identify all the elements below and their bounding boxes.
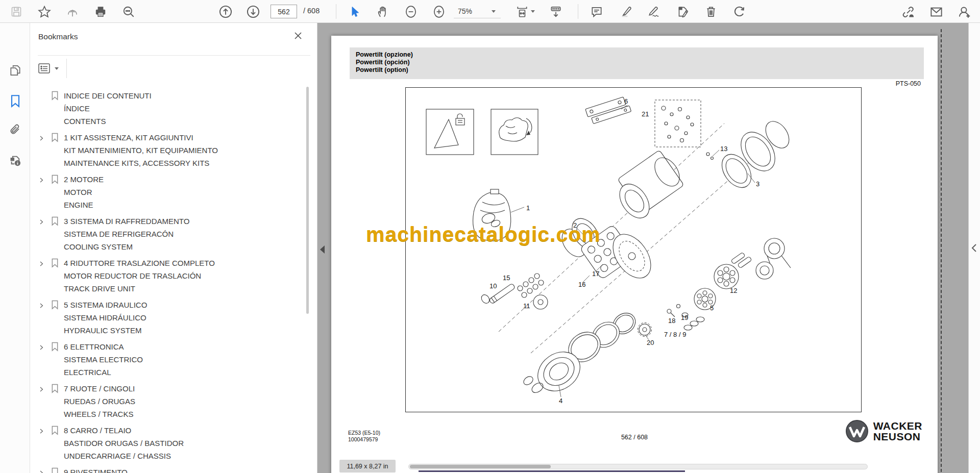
chevron-right-icon[interactable] [38, 466, 51, 473]
chevron-right-icon[interactable] [38, 131, 51, 143]
chevron-right-icon[interactable] [38, 340, 51, 353]
fill-and-sign-icon[interactable] [675, 4, 690, 19]
select-tool-icon[interactable] [347, 4, 362, 19]
toolbar-divider [336, 4, 336, 19]
next-page-icon[interactable] [246, 4, 261, 19]
page-header-bar: Powertilt (opzione) Powertilt (opción) P… [350, 47, 924, 79]
panel-scrollbar[interactable] [306, 87, 309, 314]
save-icon[interactable] [9, 4, 24, 19]
chevron-down-icon [492, 10, 496, 13]
share-link-icon[interactable] [900, 4, 916, 19]
section-code: PTS-050 [896, 80, 921, 87]
chevron-right-icon[interactable] [38, 257, 51, 269]
warning-box-icon [426, 109, 474, 155]
page-thumbnails-icon[interactable] [8, 63, 23, 78]
horizontal-scrollbar-thumb[interactable] [410, 465, 551, 468]
page-count-label: / 608 [303, 7, 320, 15]
bookmark-item[interactable]: 7 RUOTE / CINGOLIRUEDAS / ORUGASWHEELS /… [38, 382, 308, 420]
comment-icon[interactable] [589, 4, 604, 19]
svg-text:3: 3 [756, 180, 760, 188]
fit-width-icon[interactable] [514, 4, 530, 19]
bookmark-item[interactable]: 5 SISTEMA IDRAULICOSISTEMA HIDRÁULICOHYD… [38, 298, 308, 337]
sign-icon[interactable] [646, 4, 662, 19]
toolbar-divider [578, 4, 578, 19]
bookmark-label[interactable]: 3 SISTEMA DI RAFFREDDAMENTOSISTEMA DE RE… [64, 215, 189, 253]
expand-tools-icon[interactable] [971, 243, 978, 253]
close-icon[interactable] [291, 29, 305, 42]
bookmark-flag-icon [51, 298, 64, 312]
greasing-box-icon [491, 109, 538, 155]
bookmark-label[interactable]: 6 ELETTRONICASISTEMA ELECTRICOELECTRICAL [64, 340, 143, 379]
bookmark-flag-icon [51, 215, 64, 228]
bookmark-item[interactable]: 6 ELETTRONICASISTEMA ELECTRICOELECTRICAL [38, 340, 308, 379]
chevron-right-icon[interactable] [38, 424, 51, 436]
bookmarks-panel-title: Bookmarks [38, 32, 78, 41]
highlight-icon[interactable] [618, 4, 633, 19]
previous-page-icon[interactable] [218, 4, 233, 19]
brand-logo: WACKER NEUSON [845, 419, 922, 443]
top-toolbar: / 608 75% [0, 0, 980, 23]
print-icon[interactable] [93, 4, 108, 19]
exploded-diagram: 1234567 / 8 / 91011121315161718192021 [405, 87, 862, 412]
bookmark-flag-icon [51, 466, 64, 473]
fit-options-caret-icon[interactable] [531, 10, 535, 13]
bookmark-options-button[interactable] [38, 61, 64, 76]
bookmarks-icon[interactable] [8, 93, 23, 109]
add-user-icon[interactable] [957, 4, 972, 19]
star-icon[interactable] [37, 4, 52, 19]
scroll-mode-icon[interactable] [548, 4, 564, 19]
chevron-right-icon[interactable] [38, 215, 51, 227]
svg-text:12: 12 [730, 287, 737, 294]
pdf-page: Powertilt (opzione) Powertilt (opción) P… [331, 36, 938, 473]
find-icon[interactable] [121, 4, 136, 19]
bookmark-flag-icon [51, 424, 64, 437]
svg-text:11: 11 [523, 302, 530, 310]
bookmark-label[interactable]: 4 RIDUTTORE TRASLAZIONE COMPLETOMOTOR RE… [64, 257, 215, 295]
hand-tool-icon[interactable] [375, 4, 390, 19]
collapse-panel-icon[interactable] [318, 241, 326, 258]
bookmark-item[interactable]: 2 MOTOREMOTORENGINE [38, 173, 308, 211]
bookmark-item[interactable]: 1 KIT ASSISTENZA, KIT AGGIUNTIVIKIT MANT… [38, 131, 308, 169]
zoom-level-dropdown[interactable]: 75% [454, 5, 501, 18]
rotate-icon[interactable] [732, 4, 747, 19]
document-info-icon[interactable] [8, 153, 23, 168]
zoom-out-icon[interactable] [403, 4, 419, 19]
bookmark-flag-icon [51, 382, 64, 395]
email-icon[interactable] [928, 4, 944, 19]
chevron-right-icon[interactable] [38, 173, 51, 185]
panel-divider [38, 55, 310, 56]
bookmark-item[interactable]: 4 RIDUTTORE TRASLAZIONE COMPLETOMOTOR RE… [38, 257, 308, 295]
bookmark-item[interactable]: 9 RIVESTIMENTO [38, 466, 308, 473]
svg-text:6: 6 [624, 97, 628, 105]
svg-text:16: 16 [578, 281, 585, 288]
bookmark-item[interactable]: INDICE DEI CONTENUTIÍNDICECONTENTS [38, 89, 308, 128]
seal-kit-part [655, 100, 701, 147]
svg-text:18: 18 [668, 317, 675, 325]
chevron-right-icon[interactable] [38, 298, 51, 311]
bookmark-label[interactable]: 5 SISTEMA IDRAULICOSISTEMA HIDRÁULICOHYD… [64, 298, 147, 337]
zoom-in-icon[interactable] [431, 4, 447, 19]
attachments-icon[interactable] [8, 122, 23, 137]
bookmark-label[interactable]: 7 RUOTE / CINGOLIRUEDAS / ORUGASWHEELS /… [64, 382, 135, 420]
bookmark-item[interactable]: 3 SISTEMA DI RAFFREDDAMENTOSISTEMA DE RE… [38, 215, 308, 253]
svg-text:4: 4 [559, 397, 562, 405]
taskbar-accent-line [419, 470, 685, 472]
bookmark-list: INDICE DEI CONTENUTIÍNDICECONTENTS1 KIT … [30, 89, 308, 473]
horizontal-scrollbar[interactable] [408, 464, 868, 469]
delete-icon[interactable] [703, 4, 719, 19]
page-boundary-dashed-line [941, 29, 942, 473]
bookmark-label[interactable]: 1 KIT ASSISTENZA, KIT AGGIUNTIVIKIT MANT… [64, 131, 218, 169]
chevron-right-icon[interactable] [38, 382, 51, 394]
bookmark-label[interactable]: 9 RIVESTIMENTO [64, 466, 128, 473]
share-icon[interactable] [65, 4, 80, 19]
svg-text:20: 20 [647, 339, 654, 346]
document-viewer: Powertilt (opzione) Powertilt (opción) P… [317, 23, 980, 473]
svg-text:1: 1 [526, 204, 530, 212]
panel-divider [66, 59, 67, 78]
page-number-input[interactable] [271, 5, 297, 18]
header-line-en: Powertilt (option) [356, 66, 924, 74]
bookmark-label[interactable]: 2 MOTOREMOTORENGINE [64, 173, 104, 211]
bookmark-label[interactable]: 8 CARRO / TELAIOBASTIDOR ORUGAS / BASTID… [64, 424, 184, 462]
bookmark-label[interactable]: INDICE DEI CONTENUTIÍNDICECONTENTS [64, 89, 152, 128]
bookmark-item[interactable]: 8 CARRO / TELAIOBASTIDOR ORUGAS / BASTID… [38, 424, 308, 462]
